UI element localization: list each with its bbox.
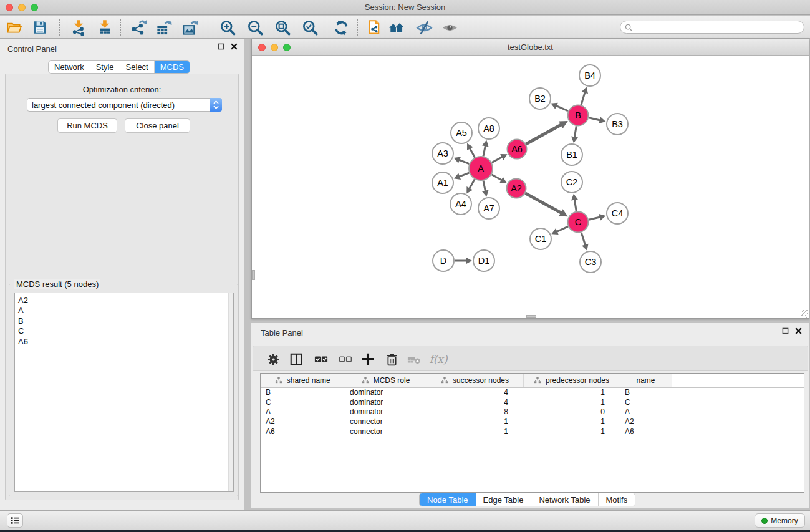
graph-node-A6[interactable]: A6	[508, 140, 527, 159]
table-cell[interactable]: connector	[345, 417, 427, 427]
table-cell[interactable]: 1	[523, 387, 620, 397]
graph-edge-A-A1[interactable]	[454, 173, 470, 180]
show-graphics-icon[interactable]	[441, 19, 458, 36]
graph-node-A1[interactable]: A1	[432, 172, 453, 193]
export-network-icon[interactable]	[130, 19, 147, 36]
table-settings-icon[interactable]	[264, 351, 282, 368]
column-header-predecessor-nodes[interactable]: predecessor nodes	[523, 374, 620, 387]
graph-edge-B-B2[interactable]	[551, 103, 568, 111]
tab-select[interactable]: Select	[120, 61, 155, 73]
graph-edge-B-B3[interactable]	[589, 117, 605, 123]
graph-edge-A-A3[interactable]	[454, 157, 470, 163]
graph-edge-B-B1[interactable]	[571, 126, 578, 143]
hide-graphics-icon[interactable]	[415, 19, 433, 36]
zoom-selected-icon[interactable]	[301, 19, 319, 36]
memory-button[interactable]: Memory	[755, 513, 805, 528]
graph-edge-A-A4[interactable]	[466, 179, 475, 193]
add-column-icon[interactable]	[359, 351, 377, 368]
graph-edge-C-C3[interactable]	[581, 233, 588, 251]
graph-edge-A2-C[interactable]	[525, 193, 567, 216]
graph-node-A3[interactable]: A3	[432, 143, 453, 164]
mcds-result-item[interactable]: A6	[15, 337, 233, 347]
export-image-icon[interactable]	[181, 19, 198, 36]
table-cell[interactable]: dominator	[345, 407, 427, 417]
refresh-icon[interactable]	[332, 19, 350, 36]
graph-node-A2[interactable]: A2	[507, 179, 526, 198]
graph-edge-A-A7[interactable]	[482, 181, 489, 197]
table-cell[interactable]: 1	[427, 417, 523, 427]
graph-node-C4[interactable]: C4	[607, 203, 628, 224]
column-header-MCDS-role[interactable]: MCDS role	[345, 374, 427, 387]
tab-mcds[interactable]: MCDS	[155, 61, 190, 73]
graph-edge-A6-B[interactable]	[526, 121, 567, 144]
table-cell[interactable]: 1	[427, 427, 523, 437]
float-table-panel-icon[interactable]	[782, 327, 789, 334]
table-cell[interactable]: A2	[261, 417, 345, 427]
mcds-result-item[interactable]: C	[15, 326, 233, 336]
table-cell[interactable]: 8	[427, 407, 523, 417]
mcds-result-item[interactable]: B	[15, 316, 233, 326]
graph-edge-A-A6[interactable]	[492, 154, 508, 162]
tab-network[interactable]: Network	[49, 61, 90, 73]
column-header-name[interactable]: name	[620, 374, 672, 387]
table-cell[interactable]: 4	[427, 387, 523, 397]
home-icon[interactable]	[388, 19, 405, 36]
table-cell[interactable]: connector	[345, 427, 427, 437]
tab-motifs[interactable]: Motifs	[599, 493, 635, 506]
graph-node-A4[interactable]: A4	[450, 193, 471, 215]
table-cell[interactable]: A	[620, 407, 672, 417]
graph-node-C[interactable]: C	[568, 212, 589, 233]
import-network-icon[interactable]	[70, 19, 87, 36]
zoom-fit-icon[interactable]	[274, 19, 291, 36]
zoom-out-icon[interactable]	[246, 19, 264, 36]
graph-node-A7[interactable]: A7	[478, 198, 499, 219]
graph-edge-A-A2[interactable]	[491, 175, 506, 183]
column-header-shared-name[interactable]: shared name	[261, 374, 345, 387]
run-mcds-button[interactable]: Run MCDS	[57, 118, 117, 133]
graph-node-A8[interactable]: A8	[478, 118, 499, 139]
graph-node-B2[interactable]: B2	[529, 88, 551, 109]
graph-node-C3[interactable]: C3	[580, 251, 601, 273]
show-columns-icon[interactable]	[287, 351, 305, 368]
table-cell[interactable]: dominator	[345, 387, 427, 397]
task-history-button[interactable]	[7, 513, 23, 528]
mcds-result-item[interactable]: A2	[15, 296, 233, 306]
resize-grip[interactable]	[801, 310, 809, 318]
save-session-icon[interactable]	[31, 19, 49, 36]
close-panel-button[interactable]: Close panel	[125, 118, 190, 133]
table-cell[interactable]: C	[261, 397, 345, 407]
graph-node-B3[interactable]: B3	[607, 114, 628, 135]
table-cell[interactable]: B	[620, 387, 672, 397]
graph-edge-C-C4[interactable]	[589, 214, 605, 221]
delete-column-icon[interactable]	[383, 351, 400, 368]
graph-edge-A-A8[interactable]	[482, 140, 489, 157]
table-cell[interactable]: A2	[620, 417, 672, 427]
tab-network-table[interactable]: Network Table	[531, 493, 598, 506]
zoom-in-icon[interactable]	[219, 19, 236, 36]
graph-edge-C-C2[interactable]	[571, 194, 578, 211]
export-table-icon[interactable]	[155, 19, 172, 36]
scrollbar-track[interactable]	[228, 293, 233, 491]
table-cell[interactable]: dominator	[345, 397, 427, 407]
graph-node-B[interactable]: B	[568, 105, 589, 126]
v-scrollbar-stub[interactable]	[252, 270, 255, 280]
table-cell[interactable]: 4	[427, 397, 523, 407]
table-cell[interactable]: A	[261, 407, 345, 417]
graph-node-A[interactable]: A	[469, 157, 493, 180]
graph-node-B1[interactable]: B1	[561, 144, 582, 165]
table-cell[interactable]: 1	[523, 427, 620, 437]
table-cell[interactable]: 0	[523, 407, 620, 417]
tab-edge-table[interactable]: Edge Table	[476, 493, 532, 506]
graph-edge-B-B4[interactable]	[581, 87, 588, 105]
graph-node-C1[interactable]: C1	[530, 228, 551, 249]
table-cell[interactable]: A6	[620, 427, 672, 437]
graph-edge-C-C1[interactable]	[551, 226, 568, 235]
graph-node-D1[interactable]: D1	[473, 250, 494, 271]
network-canvas[interactable]: B4B2BB3A5A8A6B1A3AA1C2A2A4A7C4CC1C3DD1	[252, 56, 809, 318]
table-cell[interactable]: C	[620, 397, 672, 407]
graph-node-A5[interactable]: A5	[451, 122, 472, 143]
search-input[interactable]	[635, 23, 804, 32]
h-scrollbar-stub[interactable]	[526, 315, 536, 318]
close-table-panel-icon[interactable]	[795, 327, 802, 334]
criterion-dropdown[interactable]: largest connected component (directed)	[27, 98, 222, 112]
